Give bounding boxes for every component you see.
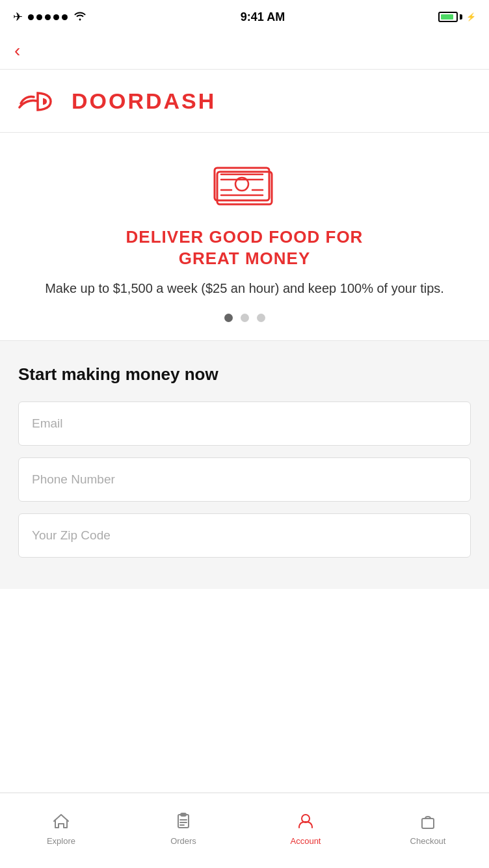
zip-input[interactable] — [18, 513, 471, 558]
form-area: Start making money now — [0, 341, 489, 589]
doordash-logo-icon — [18, 85, 62, 116]
back-button[interactable]: ‹ — [14, 42, 20, 60]
battery-icon — [438, 12, 462, 22]
nav-item-explore[interactable]: Explore — [0, 810, 122, 846]
email-input[interactable] — [18, 401, 471, 446]
nav-label-checkout: Checkout — [410, 836, 446, 846]
person-icon — [295, 810, 317, 832]
promo-subtitle: Make up to $1,500 a week ($25 an hour) a… — [45, 279, 444, 298]
nav-item-checkout[interactable]: Checkout — [367, 810, 489, 846]
nav-label-explore: Explore — [47, 836, 75, 846]
header: ‹ — [0, 33, 489, 70]
signal-dots — [28, 14, 68, 20]
signal-dot-4 — [53, 14, 59, 20]
airplane-icon: ✈ — [13, 10, 23, 24]
promo-area: DELIVER GOOD FOOD FORGREAT MONEY Make up… — [0, 133, 489, 341]
bottom-nav: Explore Orders Account — [0, 793, 489, 868]
bag-icon — [417, 810, 439, 832]
battery-bolt-icon: ⚡ — [466, 12, 476, 21]
wifi-icon — [73, 10, 87, 24]
status-time: 9:41 AM — [241, 10, 285, 24]
signal-dot-5 — [62, 14, 68, 20]
nav-item-account[interactable]: Account — [244, 810, 367, 846]
nav-label-orders: Orders — [170, 836, 196, 846]
phone-input[interactable] — [18, 457, 471, 502]
logo-area: DOORDASH — [0, 70, 489, 133]
nav-item-orders[interactable]: Orders — [122, 810, 244, 846]
money-icon — [212, 159, 277, 211]
home-icon — [50, 810, 72, 832]
clipboard-icon — [172, 810, 194, 832]
main-container: ✈ 9:41 AM — [0, 0, 489, 664]
signal-dot-1 — [28, 14, 34, 20]
carousel-dot-1[interactable] — [224, 314, 233, 322]
carousel-dot-3[interactable] — [257, 314, 265, 322]
carousel-dot-2[interactable] — [241, 314, 249, 322]
status-left: ✈ — [13, 10, 87, 24]
signal-dot-2 — [36, 14, 42, 20]
nav-label-account: Account — [291, 836, 321, 846]
svg-rect-14 — [422, 819, 434, 828]
signal-dot-3 — [45, 14, 51, 20]
logo-text: DOORDASH — [72, 88, 216, 114]
status-bar: ✈ 9:41 AM — [0, 0, 489, 33]
promo-title: DELIVER GOOD FOOD FORGREAT MONEY — [126, 226, 363, 269]
carousel-dots — [224, 314, 265, 322]
form-title: Start making money now — [18, 364, 471, 385]
status-right: ⚡ — [438, 12, 476, 22]
